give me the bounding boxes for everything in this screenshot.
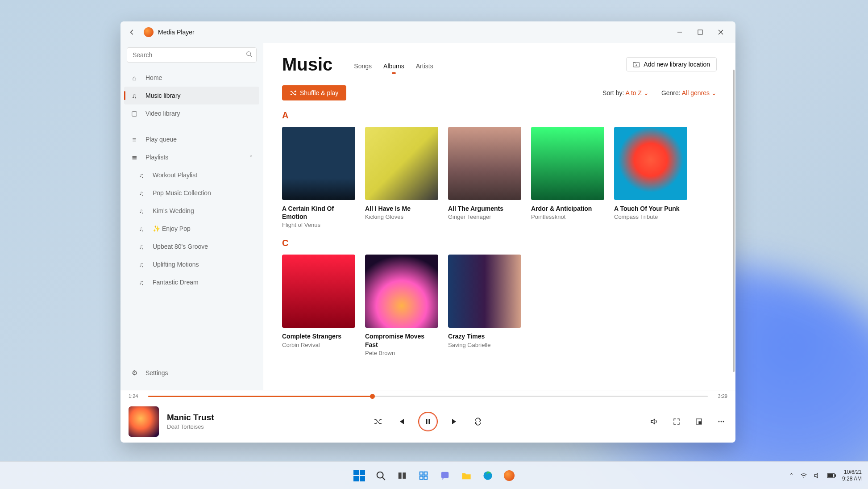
- shuffle-button[interactable]: [372, 415, 384, 428]
- taskbar-clock[interactable]: 10/6/21 9:28 AM: [842, 469, 862, 482]
- music-note-icon: ♫: [137, 243, 145, 251]
- shuffle-icon: [290, 90, 296, 96]
- album-card[interactable]: All The ArgumentsGinger Teenager: [448, 127, 521, 228]
- search-icon: [246, 51, 252, 57]
- maximize-button[interactable]: [690, 22, 710, 42]
- app-title: Media Player: [158, 29, 195, 36]
- sidebar-playlist-item[interactable]: ♫Workout Playlist: [124, 166, 259, 184]
- next-button[interactable]: [449, 415, 461, 428]
- sidebar-item-playlists[interactable]: ≣ Playlists ⌃: [124, 148, 259, 166]
- previous-button[interactable]: [395, 415, 407, 428]
- media-player-taskbar-button[interactable]: [501, 467, 518, 484]
- tab-artists[interactable]: Artists: [416, 63, 433, 72]
- wifi-icon[interactable]: [800, 472, 807, 479]
- svg-point-11: [723, 421, 724, 422]
- tab-songs[interactable]: Songs: [354, 63, 372, 72]
- search-input[interactable]: [127, 47, 257, 63]
- tab-albums[interactable]: Albums: [383, 63, 404, 72]
- sidebar-item-label: Home: [145, 74, 162, 81]
- album-art: [448, 255, 521, 328]
- sidebar-playlist-item[interactable]: ♫Uplifting Motions: [124, 255, 259, 273]
- more-button[interactable]: [715, 415, 727, 428]
- album-card[interactable]: All I Have Is MeKicking Gloves: [365, 127, 438, 228]
- close-button[interactable]: [710, 22, 731, 42]
- chat-button[interactable]: [436, 467, 453, 484]
- taskbar-search-button[interactable]: [372, 467, 389, 484]
- album-card[interactable]: Ardor & AnticipationPointlessknot: [531, 127, 604, 228]
- svg-point-10: [721, 421, 722, 422]
- album-title: All The Arguments: [448, 205, 521, 213]
- album-art: [614, 127, 687, 200]
- taskbar-time: 9:28 AM: [842, 476, 862, 482]
- widgets-button[interactable]: [415, 467, 432, 484]
- search-box: [127, 47, 257, 63]
- playlist-label: ✨ Enjoy Pop: [153, 225, 191, 232]
- album-card[interactable]: Compromise Moves FastPete Brown: [365, 255, 438, 356]
- back-button[interactable]: [125, 25, 139, 39]
- sidebar-item-settings[interactable]: ⚙ Settings: [124, 364, 259, 382]
- album-card[interactable]: A Certain Kind Of EmotionFlight of Venus: [282, 127, 355, 228]
- playlist-label: Fantastic Dream: [153, 279, 199, 286]
- fullscreen-button[interactable]: [670, 415, 683, 428]
- home-icon: ⌂: [130, 74, 138, 82]
- sidebar-playlist-item[interactable]: ♫Fantastic Dream: [124, 273, 259, 291]
- minimize-button[interactable]: [669, 22, 690, 42]
- genre-filter[interactable]: Genre: All genres ⌄: [661, 89, 717, 96]
- section-letter[interactable]: A: [282, 110, 717, 121]
- album-card[interactable]: Crazy TimesSaving Gabrielle: [448, 255, 521, 356]
- sidebar-playlist-item[interactable]: ♫Pop Music Collection: [124, 184, 259, 202]
- shuffle-play-button[interactable]: Shuffle & play: [282, 85, 346, 100]
- music-note-icon: ♫: [137, 207, 145, 215]
- start-button[interactable]: [351, 467, 368, 484]
- playlist-icon: ≣: [130, 153, 138, 161]
- genre-value: All genres: [682, 89, 710, 96]
- svg-rect-14: [398, 472, 401, 479]
- tray-volume-icon[interactable]: [814, 472, 821, 479]
- album-artist: Flight of Venus: [282, 222, 355, 228]
- album-title: All I Have Is Me: [365, 205, 438, 213]
- now-playing-title: Manic Trust: [167, 413, 214, 422]
- media-player-window: Media Player ⌂ Home ♫ Music library: [120, 21, 735, 443]
- svg-rect-20: [441, 472, 449, 478]
- section-letter[interactable]: C: [282, 238, 717, 248]
- sidebar-item-music-library[interactable]: ♫ Music library: [124, 87, 259, 104]
- album-card[interactable]: A Touch Of Your PunkCompass Tribute: [614, 127, 687, 228]
- file-explorer-button[interactable]: [458, 467, 475, 484]
- album-art: [448, 127, 521, 200]
- volume-button[interactable]: [648, 415, 660, 428]
- svg-point-9: [718, 421, 720, 422]
- edge-button[interactable]: [479, 467, 496, 484]
- repeat-button[interactable]: [472, 415, 484, 428]
- sidebar: ⌂ Home ♫ Music library ▢ Video library ≡…: [120, 43, 263, 390]
- add-library-button[interactable]: Add new library location: [626, 57, 717, 71]
- sidebar-item-home[interactable]: ⌂ Home: [124, 69, 259, 87]
- now-playing-artist: Deaf Tortoises: [167, 423, 214, 430]
- battery-icon[interactable]: [827, 473, 836, 478]
- album-artist: Kicking Gloves: [365, 213, 438, 220]
- now-playing-art[interactable]: [129, 406, 159, 437]
- sidebar-item-play-queue[interactable]: ≡ Play queue: [124, 130, 259, 148]
- task-view-button[interactable]: [394, 467, 411, 484]
- sort-by[interactable]: Sort by: A to Z ⌄: [602, 89, 649, 96]
- seek-slider[interactable]: [148, 396, 708, 397]
- svg-point-2: [247, 52, 251, 56]
- seek-thumb[interactable]: [370, 394, 375, 399]
- sidebar-item-video-library[interactable]: ▢ Video library: [124, 104, 259, 122]
- music-note-icon: ♫: [130, 92, 138, 100]
- sidebar-playlist-item[interactable]: ♫✨ Enjoy Pop: [124, 220, 259, 238]
- tray-chevron-icon[interactable]: ⌃: [789, 472, 794, 479]
- album-artist: Compass Tribute: [614, 213, 687, 220]
- sidebar-item-label: Video library: [145, 110, 180, 117]
- album-card[interactable]: Complete StrangersCorbin Revival: [282, 255, 355, 356]
- scrollbar[interactable]: [733, 70, 735, 372]
- album-title: Crazy Times: [448, 332, 521, 340]
- svg-rect-5: [426, 419, 428, 424]
- svg-rect-18: [419, 476, 423, 479]
- svg-rect-24: [828, 474, 833, 477]
- pause-button[interactable]: [418, 412, 438, 431]
- sidebar-playlist-item[interactable]: ♫Kim's Wedding: [124, 202, 259, 220]
- mini-player-button[interactable]: [693, 415, 705, 428]
- svg-rect-6: [429, 419, 431, 424]
- sidebar-playlist-item[interactable]: ♫Upbeat 80's Groove: [124, 238, 259, 255]
- album-title: Complete Strangers: [282, 332, 355, 340]
